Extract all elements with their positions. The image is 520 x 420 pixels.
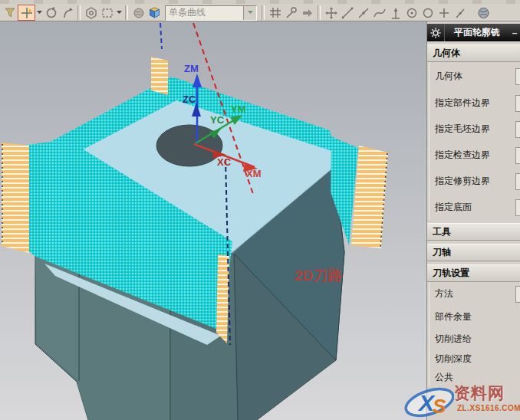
axis-label-zc: ZC [183, 94, 196, 105]
combo-dropdown-icon[interactable] [243, 6, 256, 20]
row-button-cutoff[interactable] [515, 95, 520, 112]
hatch-band-inner [216, 254, 229, 343]
path-settings-group: 方法 部件余量 切削进给 切削深度 公共 [429, 282, 520, 386]
panel-item-geometry[interactable]: 几何体 [429, 62, 520, 90]
toolpath-annotation: 2D刀路 [295, 267, 343, 284]
panel-item-cut-feed[interactable]: 切削进给 [429, 328, 520, 349]
top-toolbar: 单条曲线 [0, 0, 520, 21]
panel-item-specify-part-boundary[interactable]: 指定部件边界 [429, 90, 520, 116]
axis-label-xm: XM [246, 168, 262, 179]
dashed-line-blue-top [160, 23, 162, 49]
face-snap-icon[interactable] [476, 5, 492, 21]
panel-item-specify-blank-boundary[interactable]: 指定毛坯边界 [429, 116, 520, 142]
operation-dialog: 平面轮廓铣 – 几何体 几何体 指定部件边界 指定毛坯边界 指定检查边界 指定 [426, 21, 520, 420]
point-on-line-snap-icon[interactable] [452, 5, 468, 21]
panel-header-tool[interactable]: 工具 [427, 223, 520, 241]
selection-filter-funnel-icon[interactable] [2, 5, 18, 21]
nx-cam-window: 单条曲线 [0, 0, 520, 420]
rotate-view-icon[interactable] [43, 5, 59, 21]
axis-label-zm: ZM [184, 63, 199, 74]
scene-3d: ZM ZC YM YC XC XM 2D刀路 [0, 21, 426, 420]
panel-header-tool-axis[interactable]: 刀轴 [427, 244, 520, 261]
panel-item-specify-floor[interactable]: 指定底面 [429, 194, 520, 220]
shaded-cube-icon[interactable] [146, 5, 163, 21]
point-constructor-icon[interactable] [283, 5, 299, 21]
mid-point-snap-icon[interactable] [355, 5, 371, 21]
plus-point-snap-icon[interactable] [436, 5, 452, 21]
circle-snap-icon[interactable] [420, 5, 436, 21]
row-button-cutoff[interactable] [515, 68, 520, 85]
snap-point-active-button[interactable] [18, 5, 35, 21]
row-button-cutoff[interactable] [515, 199, 520, 216]
zm-arrowhead [193, 74, 202, 87]
end-point-snap-icon[interactable] [339, 5, 355, 21]
panel-header-geometry[interactable]: 几何体 [427, 44, 520, 62]
shaded-sphere-icon[interactable] [130, 5, 146, 21]
dialog-title: 平面轮廓铣 [445, 26, 509, 39]
curve-rule-value: 单条曲线 [166, 6, 243, 19]
row-button-cutoff[interactable] [515, 147, 520, 164]
row-button-cutoff[interactable] [515, 173, 520, 190]
panel-item-cut-depth[interactable]: 切削深度 [429, 349, 520, 368]
row-button-cutoff[interactable] [515, 286, 520, 303]
snap-dropdown-caret-icon[interactable] [35, 5, 43, 21]
panel-header-path-settings[interactable]: 刀轨设置 [427, 264, 520, 282]
hexagon-center-icon[interactable] [83, 5, 99, 21]
toolbar-separator [262, 5, 265, 20]
dialog-titlebar[interactable]: 平面轮廓铣 – [427, 24, 520, 41]
panel-item-specify-trim-boundary[interactable]: 指定修剪边界 [429, 168, 520, 194]
toolbar-separator [77, 5, 81, 20]
axis-label-xc: XC [217, 156, 232, 168]
center-point-snap-icon[interactable] [403, 5, 420, 21]
toolbar-separator [318, 5, 321, 20]
viewport-3d[interactable]: ZM ZC YM YC XC XM 2D刀路 [0, 21, 426, 420]
point-on-curve-snap-icon[interactable] [371, 5, 387, 21]
panel-item-specify-check-boundary[interactable]: 指定检查边界 [429, 142, 520, 168]
row-button-cutoff[interactable] [515, 121, 520, 138]
toolbar-separator [125, 5, 128, 20]
geometry-group: 几何体 指定部件边界 指定毛坯边界 指定检查边界 指定修剪边界 指定底面 [429, 62, 520, 220]
marquee-caret-icon[interactable] [115, 5, 123, 21]
minimize-button[interactable]: – [509, 28, 520, 38]
rect-marquee-icon[interactable] [99, 5, 115, 21]
axis-label-ym: YM [231, 103, 246, 115]
hatch-band-far-left [2, 143, 29, 253]
move-cross-icon[interactable] [323, 5, 339, 21]
gear-icon[interactable] [427, 24, 445, 41]
panel-item-part-stock[interactable]: 部件余量 [429, 305, 520, 328]
orbit-view-icon[interactable] [59, 5, 75, 21]
panel-item-common[interactable]: 公共 [429, 368, 520, 386]
axis-point-snap-icon[interactable] [387, 5, 403, 21]
axis-label-yc: YC [210, 114, 225, 126]
grid-snap-icon[interactable] [267, 5, 283, 21]
curve-rule-combo[interactable]: 单条曲线 [165, 5, 257, 21]
panel-item-method[interactable]: 方法 [429, 282, 520, 305]
arrow-next-icon[interactable] [299, 5, 315, 21]
hatch-band-top [151, 57, 168, 95]
